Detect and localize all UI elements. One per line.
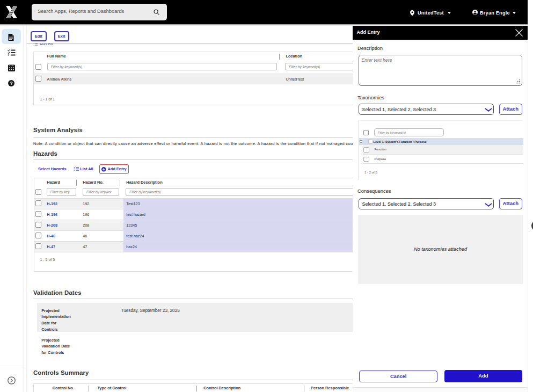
svg-text:?: ? <box>10 81 12 86</box>
